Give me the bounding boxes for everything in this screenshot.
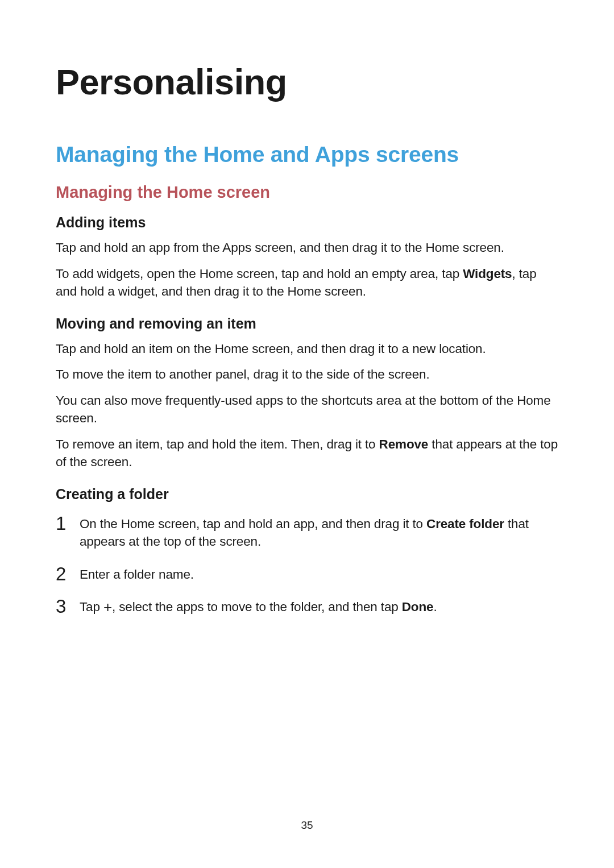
topic-heading: Creating a folder [56,486,558,502]
bold-run: Widgets [463,267,512,281]
topic-moving-removing: Moving and removing an item Tap and hold… [56,315,558,471]
body-text: Tap and hold an item on the Home screen,… [56,340,558,358]
topic-heading: Moving and removing an item [56,315,558,332]
text-run: Tap [80,600,103,614]
text-run: On the Home screen, tap and hold an app,… [80,517,426,531]
bold-run: Done [402,600,434,614]
topic-adding-items: Adding items Tap and hold an app from th… [56,214,558,301]
step-item: Tap +, select the apps to move to the fo… [56,598,558,616]
step-item: On the Home screen, tap and hold an app,… [56,515,558,551]
body-text: To add widgets, open the Home screen, ta… [56,265,558,301]
text-run: Enter a folder name. [80,567,194,582]
body-text: To remove an item, tap and hold the item… [56,435,558,471]
subsection-heading: Managing the Home screen [56,183,558,202]
bold-run: Create folder [426,517,504,531]
chapter-title: Personalising [56,61,558,102]
document-page: Personalising Managing the Home and Apps… [0,0,614,868]
body-text: You can also move frequently-used apps t… [56,392,558,427]
bold-run: Remove [379,437,429,451]
topic-heading: Adding items [56,214,558,231]
body-text: To move the item to another panel, drag … [56,366,558,384]
topic-creating-folder: Creating a folder On the Home screen, ta… [56,486,558,616]
text-run: To add widgets, open the Home screen, ta… [56,267,463,281]
numbered-steps: On the Home screen, tap and hold an app,… [56,515,558,616]
text-run: , select the apps to move to the folder,… [112,600,402,614]
section-heading: Managing the Home and Apps screens [56,142,558,167]
page-number: 35 [0,819,614,832]
step-item: Enter a folder name. [56,566,558,584]
text-run: To remove an item, tap and hold the item… [56,437,379,451]
body-text: Tap and hold an app from the Apps screen… [56,239,558,257]
text-run: . [433,600,437,614]
